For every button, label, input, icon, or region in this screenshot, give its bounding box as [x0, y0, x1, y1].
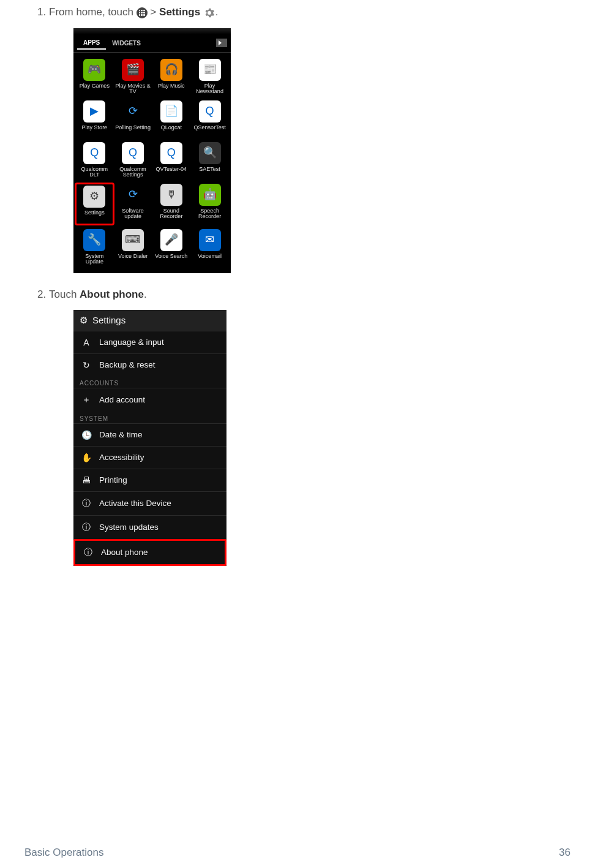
tab-widgets[interactable]: WIDGETS	[106, 37, 147, 49]
app-qsensortest[interactable]: QQSensorTest	[191, 100, 228, 137]
footer-right: 36	[559, 847, 571, 859]
settings-title: Settings	[92, 315, 125, 325]
app-icon: Q	[199, 100, 221, 123]
app-icon: 🎧	[160, 59, 182, 81]
app-label: SAETest	[199, 167, 220, 179]
app-play-games[interactable]: 🎮Play Games	[76, 59, 113, 96]
section-accounts: ACCOUNTS	[73, 376, 226, 388]
app-icon: Q	[122, 142, 144, 164]
app-label: Play Music	[158, 83, 185, 96]
app-saetest[interactable]: 🔍SAETest	[191, 142, 228, 179]
setting-date-time[interactable]: 🕒Date & time	[73, 423, 226, 446]
row-icon: 🖶	[81, 475, 92, 485]
row-icon: ✋	[81, 453, 92, 462]
row-icon: ⓘ	[83, 547, 94, 558]
app-icon: Q	[83, 142, 105, 164]
app-play-movies-tv[interactable]: 🎬Play Movies & TV	[114, 59, 152, 96]
app-label: Voicemail	[198, 254, 222, 266]
row-icon: ⓘ	[81, 522, 92, 533]
settings-screenshot: ⚙ Settings ALanguage & input↻Backup & re…	[73, 310, 226, 566]
setting-accessibility[interactable]: ✋Accessibility	[73, 446, 226, 469]
step1-settings: Settings	[159, 6, 200, 18]
setting-system-updates[interactable]: ⓘSystem updates	[73, 515, 226, 539]
app-icon: 🤖	[199, 184, 221, 206]
app-icon: ⚙	[83, 186, 105, 208]
row-icon: ⓘ	[81, 498, 92, 509]
gear-icon	[203, 7, 215, 19]
app-icon: 📄	[160, 100, 182, 123]
step-2: Touch About phone. ⚙ Settings ALanguage …	[49, 289, 571, 566]
step-1: From home, touch > Settings . APPS WIDGE…	[49, 6, 571, 273]
step1-suffix: .	[215, 6, 219, 18]
app-qlogcat[interactable]: 📄QLogcat	[153, 100, 190, 137]
app-play-newsstand[interactable]: 📰Play Newsstand	[191, 59, 228, 96]
app-polling-setting[interactable]: ⟳Polling Setting	[114, 100, 152, 137]
row-label: Backup & reset	[99, 360, 155, 369]
app-label: Play Store	[82, 125, 108, 137]
app-label: Qualcomm DLT	[76, 167, 113, 179]
app-software-update[interactable]: ⟳Software update	[114, 184, 152, 224]
app-label: QLogcat	[161, 125, 182, 137]
app-play-music[interactable]: 🎧Play Music	[153, 59, 190, 96]
app-icon: 📰	[199, 59, 221, 81]
app-voice-dialer[interactable]: ⌨Voice Dialer	[114, 229, 152, 266]
app-qualcomm-dlt[interactable]: QQualcomm DLT	[76, 142, 113, 179]
app-label: Voice Dialer	[118, 254, 148, 266]
row-label: Printing	[99, 475, 127, 485]
app-voice-search[interactable]: 🎤Voice Search	[153, 229, 190, 266]
step1-sep: >	[150, 6, 159, 18]
app-icon: 🔧	[83, 229, 105, 251]
section-system: SYSTEM	[73, 412, 226, 423]
app-label: QVTester-04	[156, 167, 187, 179]
row-label: Accessibility	[99, 453, 144, 462]
app-label: Software update	[114, 208, 152, 221]
app-qualcomm-settings[interactable]: QQualcomm Settings	[114, 142, 152, 179]
app-label: Voice Search	[155, 254, 187, 266]
app-icon: 🔍	[199, 142, 221, 164]
step2-bold: About phone	[80, 289, 144, 300]
row-label: Language & input	[99, 338, 164, 347]
setting-activate-this-device[interactable]: ⓘActivate this Device	[73, 491, 226, 515]
app-sound-recorder[interactable]: 🎙Sound Recorder	[153, 184, 190, 224]
shop-icon[interactable]	[216, 39, 227, 47]
app-icon: ▶	[83, 100, 105, 123]
app-label: Speech Recorder	[191, 208, 228, 221]
footer-left: Basic Operations	[24, 847, 103, 859]
row-label: Date & time	[99, 430, 143, 439]
step2-prefix: Touch	[49, 289, 80, 300]
row-label: Add account	[99, 395, 145, 404]
app-label: Play Newsstand	[191, 83, 228, 96]
app-icon: ⌨	[122, 229, 144, 251]
app-icon: 🎮	[83, 59, 105, 81]
app-label: Play Movies & TV	[114, 83, 152, 96]
app-play-store[interactable]: ▶Play Store	[76, 100, 113, 137]
app-settings[interactable]: ⚙Settings	[75, 183, 114, 225]
app-icon: ✉	[199, 229, 221, 251]
row-icon: 🕒	[81, 430, 92, 440]
row-icon: A	[81, 338, 92, 347]
row-icon: ↻	[81, 360, 92, 370]
app-system-update[interactable]: 🔧System Update	[76, 229, 113, 266]
setting-language-input[interactable]: ALanguage & input	[73, 331, 226, 353]
setting-about-phone[interactable]: ⓘAbout phone	[73, 539, 226, 566]
app-qvtester-04[interactable]: QQVTester-04	[153, 142, 190, 179]
page-footer: Basic Operations 36	[24, 847, 571, 859]
setting-add-account[interactable]: ＋Add account	[73, 388, 226, 412]
apps-screenshot: APPS WIDGETS 🎮Play Games🎬Play Movies & T…	[73, 28, 231, 273]
gear-icon: ⚙	[80, 315, 88, 326]
app-voicemail[interactable]: ✉Voicemail	[191, 229, 228, 266]
app-icon: 🎬	[122, 59, 144, 81]
apps-icon	[137, 7, 148, 18]
app-icon: ⟳	[122, 100, 144, 123]
app-label: Qualcomm Settings	[114, 167, 152, 179]
tab-apps[interactable]: APPS	[77, 37, 106, 50]
app-label: Play Games	[80, 83, 110, 96]
setting-printing[interactable]: 🖶Printing	[73, 469, 226, 491]
row-label: Activate this Device	[99, 499, 171, 508]
app-label: Polling Setting	[115, 125, 151, 137]
app-label: Sound Recorder	[153, 208, 190, 221]
app-speech-recorder[interactable]: 🤖Speech Recorder	[191, 184, 228, 224]
step1-prefix: From home, touch	[49, 6, 137, 18]
setting-backup-reset[interactable]: ↻Backup & reset	[73, 353, 226, 376]
tab-bar: APPS WIDGETS	[73, 34, 231, 53]
